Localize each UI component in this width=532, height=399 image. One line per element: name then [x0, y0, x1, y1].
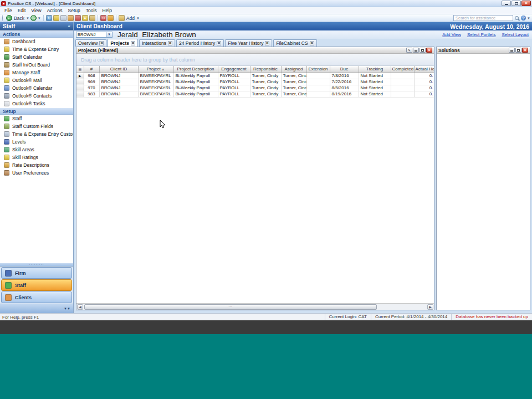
sidebar-item-staff-in-out-board[interactable]: Staff In/Out Board	[0, 61, 73, 69]
link-select-portlets[interactable]: Select Portlets	[467, 32, 496, 37]
clipboard-icon[interactable]	[60, 15, 66, 21]
sidebar-item-skill-areas[interactable]: Skill Areas	[0, 146, 73, 154]
scroll-left-icon[interactable]: ◀	[77, 304, 83, 310]
tab-close-icon[interactable]: ×	[217, 41, 221, 45]
sidebar-item-levels[interactable]: Levels	[0, 138, 73, 146]
horizontal-scrollbar[interactable]: ◀ ⋯ ▶	[76, 303, 434, 310]
column-header-responsible[interactable]: Responsible	[250, 66, 281, 73]
table-row[interactable]: ▶968BROWNJBIWEEKPAYRLBi-Weekly PayrollPA…	[76, 73, 434, 79]
sidebar-item-dashboard[interactable]: Dashboard	[0, 38, 73, 45]
panel-maximize-button[interactable]	[420, 48, 426, 53]
add-folder-icon[interactable]	[119, 15, 125, 21]
sidebar-item-skill-ratings[interactable]: Skill Ratings	[0, 154, 73, 161]
link-select-layout[interactable]: Select Layout	[502, 32, 529, 37]
panel-minimize-button[interactable]	[509, 48, 515, 53]
notes-icon[interactable]	[108, 15, 114, 21]
sidebar-item-time-expense-entry-custom-fields[interactable]: Time & Expense Entry Custom Fields	[0, 130, 73, 138]
sidebar-item-manage-staff[interactable]: Manage Staff	[0, 69, 73, 76]
menu-edit[interactable]: Edit	[15, 8, 29, 13]
sidebar-item-rate-descriptions[interactable]: Rate Descriptions	[0, 161, 73, 169]
back-dropdown-icon[interactable]: ▼	[26, 17, 29, 20]
refresh-icon[interactable]: ↻	[46, 15, 52, 21]
help-dropdown-icon[interactable]: ▼	[527, 17, 530, 20]
tab-close-icon[interactable]: ×	[168, 41, 172, 45]
group-by-bar[interactable]: Drag a column header here to group by th…	[76, 54, 434, 66]
menu-actions[interactable]: Actions	[44, 8, 65, 13]
column-header-completed[interactable]: Completed	[391, 66, 414, 73]
clock-icon[interactable]	[53, 15, 59, 21]
sidebar-item-outlook-mail[interactable]: Outlook® Mail	[0, 76, 73, 84]
section-header-setup[interactable]: Setup	[0, 108, 73, 115]
tab-five-year-history[interactable]: Five Year History×	[225, 39, 272, 47]
panel-close-button[interactable]: ×	[426, 48, 432, 53]
menu-view[interactable]: View	[28, 8, 44, 13]
menu-help[interactable]: Help	[100, 8, 115, 13]
nav-button-staff[interactable]: Staff	[1, 279, 72, 291]
sidebar-item-outlook-calendar[interactable]: Outlook® Calendar	[0, 84, 73, 92]
tab-close-icon[interactable]: ×	[265, 41, 269, 45]
column-header-tracking[interactable]: Tracking	[359, 66, 391, 73]
column-header-[interactable]: #	[84, 66, 99, 73]
tab-filecabinet-cs[interactable]: FileCabinet CS×	[273, 39, 316, 47]
column-header-engagement[interactable]: Engagement	[218, 66, 250, 73]
column-header-client-id[interactable]: Client ID	[99, 66, 138, 73]
nav-button-clients[interactable]: Clients	[1, 291, 72, 303]
client-combobox[interactable]: BROWNJ ▼	[76, 32, 112, 38]
add-dropdown-icon[interactable]: ▼	[136, 17, 140, 20]
nav-button-firm[interactable]: Firm	[1, 267, 72, 279]
minimize-button[interactable]	[502, 1, 511, 6]
tab-close-icon[interactable]: ×	[131, 41, 135, 45]
forward-dropdown-icon[interactable]: ▼	[38, 17, 41, 20]
column-header-project[interactable]: Project ▲	[138, 66, 173, 73]
panel-close-button[interactable]: ×	[522, 48, 528, 53]
back-button[interactable]: Back	[13, 16, 25, 21]
sidebar-splitter[interactable]: ·········	[0, 263, 73, 267]
chevron-down-icon[interactable]: ▼▼	[64, 307, 70, 310]
combo-dropdown-icon[interactable]: ▼	[106, 32, 112, 37]
sidebar-item-staff[interactable]: Staff	[0, 115, 73, 122]
panel-minimize-button[interactable]	[413, 48, 419, 53]
contact-icon[interactable]	[68, 15, 74, 21]
section-header-actions[interactable]: Actions	[0, 30, 73, 38]
column-header-extension[interactable]: Extension	[306, 66, 330, 73]
column-header-due[interactable]: Due	[330, 66, 359, 73]
tab-overview[interactable]: Overview×	[75, 39, 106, 47]
close-button[interactable]: ×	[521, 1, 531, 6]
menu-setup[interactable]: Setup	[65, 8, 83, 13]
panel-edit-icon[interactable]: ✎	[406, 48, 412, 53]
scroll-right-icon[interactable]: ▶	[427, 304, 433, 310]
table-row[interactable]: 969BROWNJBIWEEKPAYRLBi-Weekly PayrollPAY…	[76, 79, 434, 85]
forward-icon[interactable]: →	[30, 15, 37, 21]
search-icon[interactable]	[514, 16, 520, 21]
column-header-actual-hour[interactable]: Actual Hour	[414, 66, 434, 73]
help-icon[interactable]: ?	[521, 16, 526, 21]
sidebar-item-staff-calendar[interactable]: Staff Calendar	[0, 53, 73, 61]
tab-close-icon[interactable]: ×	[310, 41, 314, 45]
restore-button[interactable]	[511, 1, 521, 6]
tab-interactions[interactable]: Interactions×	[139, 39, 175, 47]
sidebar-item-time-expense-entry[interactable]: Time & Expense Entry	[0, 45, 73, 53]
tab-projects[interactable]: Projects×	[108, 39, 138, 47]
scrollbar-thumb[interactable]: ⋯	[84, 304, 377, 310]
menu-file[interactable]: File	[2, 8, 15, 13]
tab-close-icon[interactable]: ×	[99, 41, 104, 45]
link-add-view[interactable]: Add View	[442, 32, 461, 37]
reports-folder-icon[interactable]	[89, 15, 95, 21]
back-icon[interactable]: ←	[6, 15, 12, 21]
tab-24-period-history[interactable]: 24 Period History×	[176, 39, 224, 47]
column-header-assigned[interactable]: Assigned	[281, 66, 306, 73]
panel-maximize-button[interactable]	[515, 48, 521, 53]
collapse-icon[interactable]: «	[68, 24, 70, 29]
mail-icon[interactable]: ✉	[100, 15, 106, 21]
table-row[interactable]: 983BROWNJBIWEEKPAYRLBi-Weekly PayrollPAY…	[76, 91, 434, 97]
calendar-remove-icon[interactable]	[75, 15, 81, 21]
sidebar-item-outlook-contacts[interactable]: Outlook® Contacts	[0, 92, 73, 100]
sidebar-item-outlook-tasks[interactable]: Outlook® Tasks	[0, 100, 73, 108]
sidebar-item-staff-custom-fields[interactable]: Staff Custom Fields	[0, 122, 73, 130]
table-row[interactable]: 970BROWNJBIWEEKPAYRLBi-Weekly PayrollPAY…	[76, 85, 434, 91]
search-input[interactable]	[453, 15, 513, 21]
add-button[interactable]: Add	[126, 16, 135, 21]
column-header-project-description[interactable]: Project Description	[173, 66, 218, 73]
menu-tools[interactable]: Tools	[83, 8, 100, 13]
sidebar-item-user-preferences[interactable]: User Preferences	[0, 169, 73, 177]
